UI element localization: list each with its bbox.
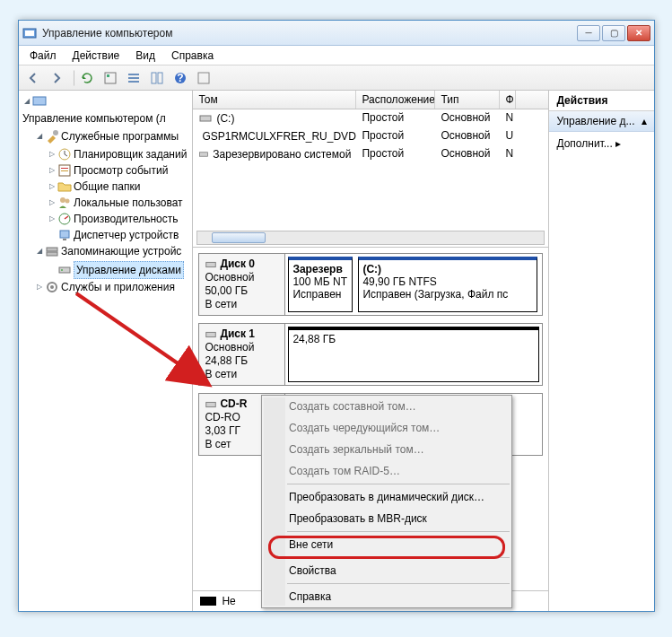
- toolbar: ?: [19, 65, 654, 91]
- legend-label-unalloc: Не: [222, 595, 235, 607]
- volume-row[interactable]: Зарезервировано системойПростойОсновнойN: [193, 145, 548, 163]
- tree-root[interactable]: ◢ Управление компьютером (л ◢ Служебные …: [22, 94, 190, 295]
- svg-point-13: [53, 130, 58, 135]
- tree-local-users[interactable]: ▷Локальные пользоват: [48, 195, 187, 211]
- actions-disk-mgmt[interactable]: Управление д...▴: [549, 111, 654, 132]
- computer-icon: [32, 94, 47, 109]
- volume-list: Том Расположение Тип Ф (C:)ПростойОсновн…: [193, 91, 548, 248]
- ctx-properties[interactable]: Свойства: [262, 560, 511, 581]
- actions-more[interactable]: Дополнит... ▸: [549, 132, 654, 155]
- expander-icon[interactable]: ▷: [48, 215, 56, 223]
- partition[interactable]: Зарезерв100 МБ NTИсправен: [288, 257, 353, 312]
- menu-view[interactable]: Вид: [128, 48, 162, 64]
- minimize-button[interactable]: ─: [577, 25, 600, 41]
- svg-rect-24: [47, 252, 57, 256]
- storage-icon: [45, 244, 59, 258]
- svg-rect-23: [47, 248, 57, 251]
- tree-shared-folders[interactable]: ▷Общие папки: [48, 179, 187, 195]
- clock-icon: [57, 147, 72, 161]
- refresh-button[interactable]: [76, 68, 98, 88]
- ctx-create-spanned: Создать составной том…: [262, 396, 511, 417]
- window-title: Управление компьютером: [42, 27, 577, 39]
- svg-rect-21: [60, 231, 69, 238]
- expander-icon[interactable]: ◢: [22, 98, 31, 106]
- tree-system-tools[interactable]: ◢ Служебные программы ▷Планировщик задан…: [35, 128, 190, 243]
- ctx-help[interactable]: Справка: [262, 586, 511, 607]
- event-icon: [57, 163, 72, 178]
- tools-icon: [45, 129, 59, 144]
- tree-device-manager[interactable]: Диспетчер устройств: [48, 227, 187, 243]
- svg-point-18: [60, 197, 65, 203]
- scrollbar-thumb[interactable]: [212, 232, 266, 243]
- menubar: Файл Действие Вид Справка: [19, 46, 654, 65]
- tree-services-apps[interactable]: ▷Службы и приложения: [35, 279, 190, 295]
- perf-icon: [57, 212, 72, 226]
- partition[interactable]: (C:)49,90 ГБ NTFSИсправен (Загрузка, Фай…: [358, 257, 537, 312]
- disk-icon: [205, 328, 217, 341]
- close-button[interactable]: ✕: [627, 25, 650, 41]
- expander-icon[interactable]: ▷: [48, 151, 56, 159]
- volume-row[interactable]: GSP1RMCULXFRER_RU_DVD (E:)ПростойОсновно…: [193, 127, 548, 145]
- app-icon: [22, 26, 37, 40]
- ctx-convert-dynamic[interactable]: Преобразовать в динамический диск…: [262, 486, 511, 508]
- menu-action[interactable]: Действие: [65, 48, 127, 64]
- volume-row[interactable]: (C:)ПростойОсновнойN: [193, 109, 548, 127]
- disk-info: Диск 0Основной50,00 ГБВ сети: [199, 254, 285, 315]
- ctx-create-striped: Создать чередующийся том…: [262, 417, 511, 439]
- menu-file[interactable]: Файл: [22, 48, 64, 64]
- partition[interactable]: 24,88 ГБ: [288, 327, 539, 382]
- toolbar-separator: [69, 70, 74, 86]
- view-split-button[interactable]: [146, 68, 168, 88]
- expander-icon[interactable]: ▷: [48, 199, 56, 207]
- help-button[interactable]: ?: [170, 68, 191, 88]
- svg-rect-33: [206, 332, 216, 336]
- maximize-button[interactable]: ▢: [602, 25, 625, 41]
- expander-icon[interactable]: ▷: [35, 284, 43, 292]
- ctx-convert-mbr[interactable]: Преобразовать в MBR-диск: [262, 508, 511, 529]
- svg-text:?: ?: [177, 72, 183, 84]
- menu-help[interactable]: Справка: [164, 48, 221, 64]
- volume-icon: [198, 111, 213, 126]
- disk-info: Диск 1Основной24,88 ГБВ сети: [199, 324, 285, 385]
- svg-rect-5: [128, 77, 139, 79]
- disk-mgmt-icon: [57, 263, 72, 277]
- properties-button[interactable]: [100, 68, 121, 88]
- col-volume[interactable]: Том: [193, 91, 356, 109]
- expander-icon[interactable]: ◢: [35, 133, 43, 141]
- svg-point-26: [61, 269, 63, 271]
- extra-button[interactable]: [193, 68, 214, 88]
- disk-icon: [205, 258, 217, 271]
- actions-panel: Действия Управление д...▴ Дополнит... ▸: [549, 91, 654, 611]
- disk-block[interactable]: Диск 0Основной50,00 ГБВ сетиЗарезерв100 …: [198, 253, 543, 316]
- col-type[interactable]: Тип: [435, 91, 500, 109]
- tree-panel: ◢ Управление компьютером (л ◢ Служебные …: [19, 91, 193, 611]
- spacer: [48, 231, 56, 240]
- view-button[interactable]: [123, 68, 144, 88]
- tree-event-viewer[interactable]: ▷Просмотр событий: [48, 162, 187, 179]
- disk-block[interactable]: Диск 1Основной24,88 ГБВ сети24,88 ГБ: [198, 323, 543, 386]
- back-button[interactable]: [22, 68, 44, 88]
- tree-storage[interactable]: ◢ Запоминающие устройс Управление дискам…: [35, 243, 190, 279]
- tree-scheduler[interactable]: ▷Планировщик заданий: [48, 146, 187, 162]
- svg-rect-3: [107, 74, 109, 77]
- svg-rect-16: [61, 168, 68, 169]
- svg-rect-12: [33, 97, 46, 105]
- ctx-divider: [287, 583, 510, 584]
- tree-disk-management[interactable]: Управление дисками: [48, 261, 184, 279]
- tree-performance[interactable]: ▷Производительность: [48, 211, 187, 227]
- col-layout[interactable]: Расположение: [356, 91, 435, 109]
- ctx-offline[interactable]: Вне сети: [262, 534, 511, 555]
- svg-rect-17: [61, 170, 68, 171]
- expander-icon[interactable]: ▷: [48, 183, 56, 191]
- horizontal-scrollbar[interactable]: [196, 231, 545, 245]
- expander-icon[interactable]: ◢: [35, 248, 43, 256]
- svg-rect-6: [128, 81, 139, 83]
- svg-rect-25: [59, 267, 70, 273]
- expander-icon[interactable]: ▷: [48, 167, 56, 175]
- folder-icon: [57, 179, 72, 194]
- ctx-divider: [287, 484, 510, 484]
- forward-button[interactable]: [46, 68, 67, 88]
- disk-icon: [205, 398, 217, 411]
- col-fs[interactable]: Ф: [500, 91, 516, 109]
- svg-rect-1: [25, 31, 34, 36]
